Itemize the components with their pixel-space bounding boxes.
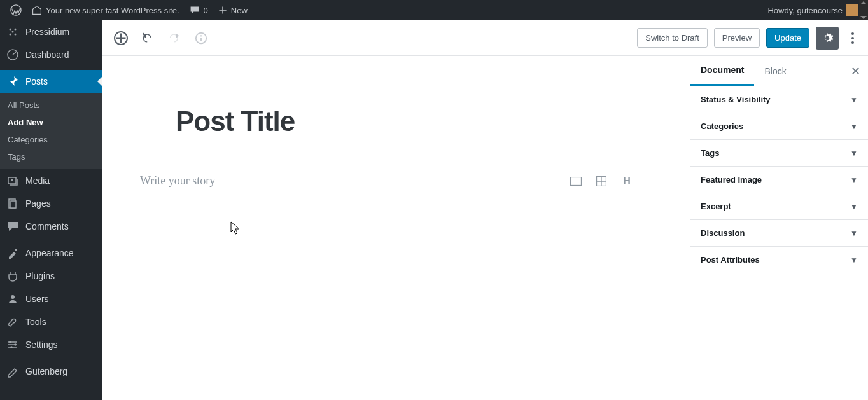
dashboard-icon — [6, 48, 19, 61]
site-title: Your new super fast WordPress site. — [46, 6, 179, 15]
pin-icon — [6, 75, 19, 88]
gutenberg-icon — [6, 365, 19, 378]
section-categories[interactable]: Categories ▼ — [690, 113, 868, 140]
sidebar-label: Pressidium — [25, 27, 69, 37]
undo-icon — [141, 31, 155, 45]
svg-point-8 — [11, 179, 13, 181]
sidebar-item-appearance[interactable]: Appearance — [0, 242, 102, 265]
sidebar-item-posts[interactable]: Posts — [0, 70, 102, 93]
section-label: Excerpt — [701, 202, 731, 211]
plugins-icon — [6, 270, 19, 282]
section-label: Categories — [701, 121, 743, 131]
sidebar-label: Posts — [25, 76, 48, 86]
redo-button[interactable] — [165, 29, 183, 47]
svg-point-15 — [10, 346, 13, 348]
posts-submenu: All Posts Add New Categories Tags — [0, 93, 102, 169]
sidebar-item-settings[interactable]: Settings — [0, 333, 102, 356]
sidebar-item-pages[interactable]: Pages — [0, 192, 102, 215]
svg-point-1 — [10, 29, 11, 31]
sidebar-label: Media — [25, 176, 50, 186]
site-link[interactable]: Your new super fast WordPress site. — [27, 0, 185, 20]
sidebar-label: Comments — [25, 221, 69, 231]
add-block-button[interactable] — [112, 29, 130, 47]
sidebar-item-tools[interactable]: Tools — [0, 310, 102, 333]
chevron-down-icon: ▼ — [850, 122, 858, 131]
svg-point-14 — [14, 343, 17, 346]
appearance-icon — [6, 247, 19, 259]
svg-point-13 — [9, 341, 11, 343]
chevron-down-icon: ▼ — [850, 202, 858, 211]
svg-point-3 — [10, 34, 11, 36]
settings-toggle-button[interactable] — [816, 27, 839, 50]
comments-link[interactable]: 0 — [185, 0, 213, 20]
svg-rect-10 — [11, 201, 16, 208]
heading-block-icon[interactable]: H — [621, 176, 633, 187]
section-post-attributes[interactable]: Post Attributes ▼ — [690, 247, 868, 273]
section-status-visibility[interactable]: Status & Visibility ▼ — [690, 86, 868, 113]
section-label: Post Attributes — [701, 255, 760, 265]
svg-point-12 — [11, 295, 15, 299]
new-label: New — [231, 6, 248, 15]
section-excerpt[interactable]: Excerpt ▼ — [690, 193, 868, 220]
tab-block[interactable]: Block — [754, 57, 796, 85]
submenu-add-new[interactable]: Add New — [0, 114, 102, 131]
close-panel-button[interactable]: ✕ — [851, 64, 860, 78]
svg-point-5 — [12, 31, 14, 33]
chevron-down-icon: ▼ — [850, 256, 858, 265]
section-label: Featured Image — [701, 175, 762, 184]
sidebar-label: Settings — [25, 340, 58, 350]
mouse-cursor — [230, 221, 241, 235]
section-tags[interactable]: Tags ▼ — [690, 140, 868, 167]
post-title[interactable]: Post Title — [176, 106, 652, 137]
sidebar-label: Appearance — [25, 248, 74, 258]
info-button[interactable] — [192, 29, 210, 47]
panel-tabs: Document Block ✕ — [690, 56, 868, 86]
svg-point-2 — [15, 29, 17, 31]
content-placeholder[interactable]: Write your story — [140, 174, 570, 188]
sidebar-item-comments[interactable]: Comments — [0, 215, 102, 238]
update-button[interactable]: Update — [766, 28, 809, 48]
chevron-down-icon: ▼ — [850, 176, 858, 184]
tab-document[interactable]: Document — [690, 56, 754, 86]
sidebar-item-pressidium[interactable]: Pressidium — [0, 20, 102, 43]
sidebar-item-gutenberg[interactable]: Gutenberg — [0, 360, 102, 383]
svg-point-11 — [15, 249, 17, 251]
svg-point-17 — [200, 35, 202, 36]
chevron-down-icon: ▼ — [850, 229, 858, 238]
sidebar-item-plugins[interactable]: Plugins — [0, 265, 102, 287]
wp-logo[interactable] — [5, 0, 27, 20]
section-featured-image[interactable]: Featured Image ▼ — [690, 167, 868, 193]
chevron-down-icon: ▼ — [850, 95, 858, 104]
editor-canvas[interactable]: Post Title Write your story H — [102, 56, 690, 400]
tools-icon — [6, 315, 19, 328]
submenu-categories[interactable]: Categories — [0, 131, 102, 148]
sidebar-label: Dashboard — [25, 50, 69, 60]
sidebar-label: Plugins — [25, 271, 55, 281]
sidebar-item-dashboard[interactable]: Dashboard — [0, 43, 102, 66]
plus-circle-icon — [114, 31, 128, 45]
dot-icon — [851, 41, 854, 44]
section-discussion[interactable]: Discussion ▼ — [690, 220, 868, 247]
table-block-icon[interactable] — [596, 176, 607, 187]
sidebar-label: Tools — [25, 317, 46, 327]
settings-icon — [6, 338, 19, 351]
submenu-tags[interactable]: Tags — [0, 148, 102, 165]
switch-draft-button[interactable]: Switch to Draft — [637, 28, 708, 48]
gear-icon — [821, 32, 834, 45]
image-block-icon[interactable] — [570, 176, 582, 187]
sidebar-item-users[interactable]: Users — [0, 287, 102, 310]
editor-main: Switch to Draft Preview Update Post Titl… — [102, 20, 868, 400]
more-menu-button[interactable] — [845, 29, 860, 48]
svg-rect-18 — [200, 38, 202, 41]
new-link[interactable]: New — [213, 0, 253, 20]
sidebar-item-media[interactable]: Media — [0, 169, 102, 192]
block-shortcuts: H — [570, 176, 633, 187]
admin-sidebar: Pressidium Dashboard Posts All Posts Add… — [0, 20, 102, 400]
section-label: Status & Visibility — [701, 95, 771, 104]
editor-topbar: Switch to Draft Preview Update — [102, 20, 868, 56]
preview-button[interactable]: Preview — [714, 28, 760, 48]
howdy-link[interactable]: Howdy, gutencourse — [762, 0, 863, 20]
scrollbar[interactable] — [859, 0, 868, 20]
undo-button[interactable] — [139, 29, 157, 47]
submenu-all-posts[interactable]: All Posts — [0, 97, 102, 114]
